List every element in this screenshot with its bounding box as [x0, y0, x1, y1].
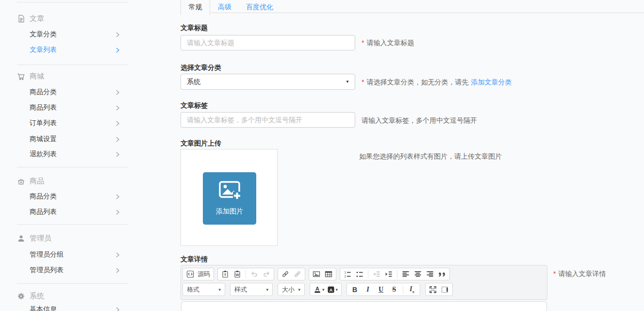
- sidebar-group-label: 文章: [30, 14, 44, 23]
- sidebar-item-article-list[interactable]: 文章列表: [17, 45, 129, 55]
- divider: [17, 167, 129, 167]
- sidebar-item-label: 商品列表: [30, 103, 57, 112]
- add-category-link[interactable]: 添加文章分类: [471, 78, 512, 86]
- unlink-icon[interactable]: [294, 270, 301, 278]
- numbered-list-icon[interactable]: 12: [344, 270, 351, 278]
- article-title-input[interactable]: [181, 35, 355, 50]
- source-code-icon[interactable]: [186, 270, 194, 278]
- sidebar-group-products[interactable]: 商品: [17, 176, 129, 186]
- chevron-right-icon: [116, 90, 119, 95]
- article-category-select[interactable]: 系统 ▼: [181, 74, 355, 90]
- gear-icon: [17, 292, 25, 300]
- sidebar-group-label: 商品: [30, 177, 44, 186]
- article-image-note: 如果您选择的列表样式有图片，请上传文章图片: [359, 152, 502, 160]
- italic-button[interactable]: I: [363, 286, 372, 294]
- background-color-icon: A: [327, 286, 335, 294]
- sidebar-item-product-category[interactable]: 商品分类: [17, 191, 129, 202]
- blockquote-icon[interactable]: [438, 270, 446, 278]
- chevron-right-icon: [116, 210, 119, 215]
- toolbar-separator: [368, 270, 368, 278]
- show-blocks-icon[interactable]: [441, 286, 449, 294]
- insert-table-icon[interactable]: [325, 270, 332, 278]
- toolbar-separator: [397, 270, 397, 278]
- bulleted-list-icon[interactable]: [356, 270, 363, 278]
- chevron-right-icon: [116, 152, 119, 157]
- sidebar-item-goods-category[interactable]: 商品分类: [17, 87, 129, 98]
- sidebar-item-refund-list[interactable]: 退款列表: [17, 149, 129, 160]
- insert-image-icon[interactable]: [313, 270, 320, 278]
- sidebar-group-admin[interactable]: 管理员: [17, 233, 129, 244]
- chevron-right-icon: [116, 32, 119, 37]
- svg-text:T: T: [224, 273, 227, 277]
- paste-word-icon[interactable]: W: [233, 270, 241, 278]
- chevron-right-icon: [116, 137, 119, 142]
- text-color-button[interactable]: A ▾: [314, 286, 325, 294]
- text-color-icon: A: [314, 286, 321, 294]
- divider: [17, 2, 129, 2]
- article-detail-label: 文章详情: [181, 255, 208, 264]
- chevron-right-icon: [116, 105, 119, 111]
- user-icon: [17, 234, 25, 243]
- align-right-icon[interactable]: [426, 270, 434, 278]
- image-upload-box: 添加图片: [181, 149, 278, 246]
- outdent-icon[interactable]: [373, 270, 380, 278]
- tab-baidu-seo[interactable]: 百度优化: [246, 3, 273, 12]
- sidebar-item-admin-groups[interactable]: 管理员分组: [17, 249, 129, 260]
- tab-label: 常规: [189, 3, 202, 12]
- align-left-icon[interactable]: [402, 270, 410, 278]
- tab-general[interactable]: 常规: [181, 0, 210, 15]
- required-star: *: [553, 270, 556, 278]
- sidebar-group-articles[interactable]: 文章: [17, 13, 129, 24]
- sidebar-item-basic-info[interactable]: 基本信息: [17, 304, 129, 311]
- toolbar-separator: [246, 270, 246, 278]
- background-color-button[interactable]: A ▾: [327, 286, 338, 294]
- add-image-button[interactable]: 添加图片: [203, 172, 256, 225]
- tab-advanced[interactable]: 高级: [218, 3, 231, 12]
- sidebar-item-mall-settings[interactable]: 商城设置: [17, 134, 129, 145]
- strikethrough-button[interactable]: S: [390, 286, 398, 294]
- svg-text:W: W: [235, 273, 239, 277]
- sidebar-item-label: 文章分类: [30, 30, 57, 39]
- sidebar-item-goods-list[interactable]: 商品列表: [17, 102, 129, 113]
- combo-arrow-icon: ▾: [266, 287, 268, 292]
- link-icon[interactable]: [281, 270, 289, 278]
- sidebar-item-admin-list[interactable]: 管理员列表: [17, 265, 129, 276]
- toolbar-group-clipboard: T W: [217, 268, 274, 280]
- sidebar-item-label: 基本信息: [30, 305, 57, 311]
- format-combo[interactable]: 格式 ▾: [182, 283, 225, 296]
- article-tags-label: 文章标签: [181, 101, 208, 110]
- maximize-icon[interactable]: [429, 286, 437, 294]
- article-tags-input[interactable]: [181, 112, 355, 128]
- source-button-label[interactable]: 源码: [198, 270, 210, 278]
- required-star: *: [362, 78, 364, 86]
- toolbar-group-source: 源码: [182, 268, 214, 280]
- editor-toolbar: 源码 T W: [181, 265, 547, 300]
- sidebar-item-product-list[interactable]: 商品列表: [17, 207, 129, 217]
- chevron-right-icon: [116, 268, 119, 273]
- sidebar-item-order-list[interactable]: 订单列表: [17, 118, 129, 129]
- undo-icon[interactable]: [250, 270, 258, 278]
- editor-toolbar-row-2: 格式 ▾ 样式 ▾ 大小 ▾ A ▾ A ▾ B I U S Ix: [182, 283, 547, 296]
- sidebar-item-label: 管理员列表: [30, 266, 64, 275]
- indent-icon[interactable]: [385, 270, 393, 278]
- divider: [17, 224, 129, 225]
- size-combo[interactable]: 大小 ▾: [278, 283, 305, 296]
- styles-combo[interactable]: 样式 ▾: [230, 283, 273, 296]
- toolbar-group-insert: [309, 268, 336, 280]
- divider: [17, 65, 129, 65]
- underline-button[interactable]: U: [377, 286, 385, 294]
- remove-format-button[interactable]: Ix: [408, 285, 416, 294]
- sidebar-group-mall[interactable]: 商城: [17, 71, 129, 82]
- redo-icon[interactable]: [263, 270, 270, 278]
- sidebar-group-system[interactable]: 系统: [17, 291, 129, 301]
- bold-button[interactable]: B: [350, 286, 359, 294]
- sidebar-item-article-category[interactable]: 文章分类: [17, 29, 129, 40]
- image-plus-icon: [218, 180, 241, 201]
- combo-arrow-icon: ▾: [322, 287, 325, 292]
- paste-text-icon[interactable]: T: [221, 270, 229, 278]
- divider: [17, 283, 129, 284]
- editor-content-area[interactable]: [181, 301, 547, 311]
- sidebar-group-label: 管理员: [30, 234, 51, 243]
- align-center-icon[interactable]: [414, 270, 422, 278]
- editor-toolbar-row-1: 源码 T W: [182, 268, 547, 280]
